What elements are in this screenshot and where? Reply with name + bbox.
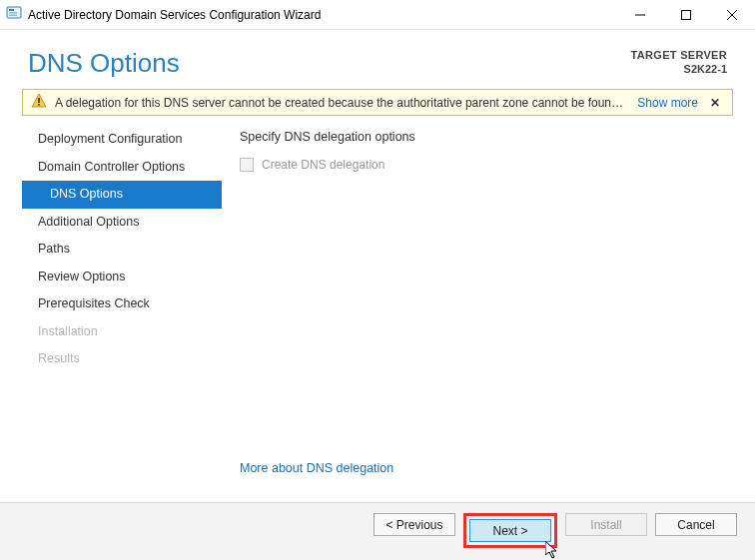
install-button: Install bbox=[565, 513, 647, 536]
svg-rect-2 bbox=[9, 12, 17, 14]
next-button-highlight: Next > bbox=[463, 513, 557, 548]
warning-container: A delegation for this DNS server cannot … bbox=[0, 89, 755, 116]
target-server-name: S2K22-1 bbox=[631, 62, 727, 76]
svg-rect-3 bbox=[9, 15, 17, 17]
warning-show-more-link[interactable]: Show more bbox=[637, 96, 698, 110]
sidebar-item-paths[interactable]: Paths bbox=[22, 236, 222, 264]
app-icon bbox=[6, 5, 22, 24]
create-dns-delegation-row: Create DNS delegation bbox=[240, 158, 733, 172]
svg-rect-9 bbox=[38, 98, 40, 103]
minimize-button[interactable] bbox=[617, 0, 663, 30]
svg-rect-1 bbox=[9, 9, 14, 11]
sidebar: Deployment Configuration Domain Controll… bbox=[22, 120, 222, 475]
titlebar-left: Active Directory Domain Services Configu… bbox=[6, 5, 321, 24]
sidebar-item-review-options[interactable]: Review Options bbox=[22, 264, 222, 291]
close-button[interactable] bbox=[709, 0, 755, 30]
target-server-label: TARGET SERVER bbox=[631, 48, 727, 62]
sidebar-item-additional-options[interactable]: Additional Options bbox=[22, 209, 222, 237]
warning-icon bbox=[31, 93, 47, 112]
sidebar-item-results: Results bbox=[22, 345, 222, 373]
sidebar-item-installation: Installation bbox=[22, 318, 222, 346]
more-about-dns-delegation-link[interactable]: More about DNS delegation bbox=[240, 461, 393, 475]
warning-close-button[interactable]: ✕ bbox=[706, 96, 724, 110]
sidebar-item-deployment-configuration[interactable]: Deployment Configuration bbox=[22, 126, 222, 154]
cancel-button[interactable]: Cancel bbox=[655, 513, 737, 536]
create-dns-delegation-label: Create DNS delegation bbox=[262, 158, 384, 172]
footer: < Previous Next > Install Cancel bbox=[0, 502, 755, 560]
window-title: Active Directory Domain Services Configu… bbox=[28, 8, 321, 22]
page-title: DNS Options bbox=[28, 48, 180, 79]
header: DNS Options TARGET SERVER S2K22-1 bbox=[0, 30, 755, 89]
previous-button[interactable]: < Previous bbox=[374, 513, 455, 536]
maximize-button[interactable] bbox=[663, 0, 709, 30]
svg-rect-10 bbox=[38, 104, 40, 106]
window-controls bbox=[617, 0, 755, 30]
content-heading: Specify DNS delegation options bbox=[240, 130, 733, 144]
sidebar-item-dns-options[interactable]: DNS Options bbox=[22, 181, 222, 209]
content-pane: Specify DNS delegation options Create DN… bbox=[222, 120, 733, 475]
titlebar: Active Directory Domain Services Configu… bbox=[0, 0, 755, 30]
sidebar-item-domain-controller-options[interactable]: Domain Controller Options bbox=[22, 154, 222, 182]
body: Deployment Configuration Domain Controll… bbox=[0, 116, 755, 475]
svg-rect-5 bbox=[682, 10, 691, 19]
warning-text: A delegation for this DNS server cannot … bbox=[55, 96, 623, 110]
target-server-block: TARGET SERVER S2K22-1 bbox=[631, 48, 727, 77]
warning-bar: A delegation for this DNS server cannot … bbox=[22, 89, 733, 116]
sidebar-item-prerequisites-check[interactable]: Prerequisites Check bbox=[22, 290, 222, 318]
next-button[interactable]: Next > bbox=[469, 519, 551, 542]
create-dns-delegation-checkbox bbox=[240, 158, 254, 172]
